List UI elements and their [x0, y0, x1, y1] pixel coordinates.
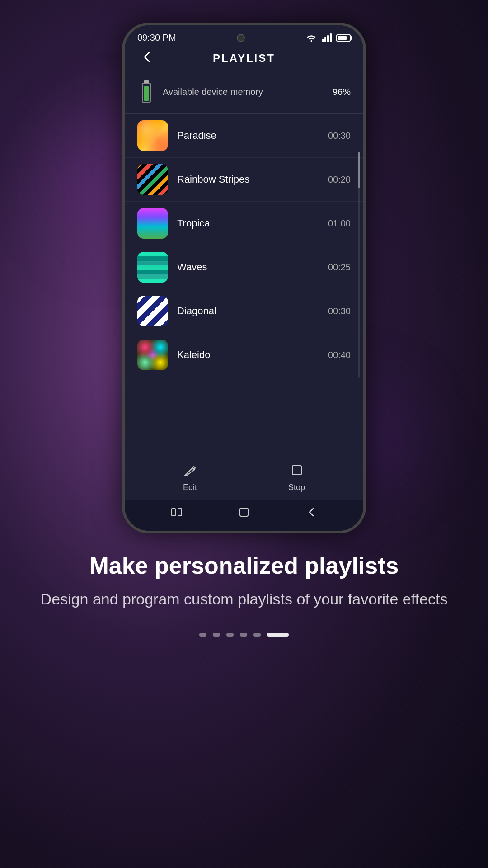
- stop-label: Stop: [288, 483, 305, 492]
- page-dot-4[interactable]: [240, 633, 247, 637]
- item-duration: 00:25: [328, 262, 351, 273]
- thumbnail-paradise: [137, 120, 168, 151]
- item-name: Diagonal: [177, 305, 319, 317]
- svg-rect-1: [292, 466, 301, 475]
- nav-recent-button[interactable]: [170, 506, 183, 522]
- wifi-icon: [305, 33, 317, 42]
- svg-point-0: [310, 40, 312, 42]
- thumbnail-tropical: [137, 208, 168, 239]
- memory-icon: [137, 78, 155, 105]
- nav-home-button[interactable]: [238, 506, 250, 522]
- list-item[interactable]: Diagonal 00:30: [125, 289, 363, 333]
- list-item[interactable]: Paradise 00:30: [125, 114, 363, 158]
- memory-row: Available device memory 96%: [125, 74, 363, 113]
- item-name: Waves: [177, 261, 319, 273]
- signal-bars: [322, 33, 332, 42]
- memory-value: 96%: [333, 87, 351, 97]
- stop-icon: [290, 463, 304, 480]
- svg-rect-4: [240, 508, 248, 516]
- header: PLAYLIST: [125, 47, 363, 74]
- thumbnail-diagonal: [137, 296, 168, 326]
- status-bar: 09:30 PM: [125, 25, 363, 47]
- scrollbar-track: [358, 152, 360, 378]
- item-name: Rainbow Stripes: [177, 174, 319, 185]
- caption-title: Make personalized playlists: [41, 552, 448, 580]
- back-button[interactable]: [137, 47, 157, 70]
- battery-icon: [336, 34, 351, 42]
- system-nav: [125, 500, 363, 531]
- page-dot-1[interactable]: [199, 633, 206, 637]
- memory-label: Available device memory: [163, 87, 325, 97]
- item-name: Paradise: [177, 130, 319, 142]
- edit-label: Edit: [183, 483, 197, 492]
- nav-back-button[interactable]: [305, 506, 318, 522]
- thumbnail-kaleido: [137, 340, 168, 370]
- phone-screen: 09:30 PM: [125, 25, 363, 531]
- page-dot-3[interactable]: [226, 633, 234, 637]
- playlist-list[interactable]: Paradise 00:30 Rainbow Stripes 00:20 Tro…: [125, 114, 363, 456]
- page-dot-5[interactable]: [253, 633, 261, 637]
- svg-rect-3: [178, 509, 182, 516]
- list-item[interactable]: Kaleido 00:40: [125, 333, 363, 377]
- edit-icon: [183, 463, 197, 480]
- thumbnail-waves: [137, 252, 168, 283]
- page-dot-2[interactable]: [213, 633, 220, 637]
- item-duration: 00:30: [328, 131, 351, 141]
- status-time: 09:30 PM: [137, 33, 176, 43]
- phone-frame: 09:30 PM: [122, 23, 366, 533]
- list-item[interactable]: Tropical 01:00: [125, 202, 363, 245]
- page-dot-6-active[interactable]: [267, 633, 289, 637]
- page-indicators: [199, 624, 289, 655]
- caption-area: Make personalized playlists Design and p…: [14, 533, 475, 624]
- list-item[interactable]: Rainbow Stripes 00:20: [125, 158, 363, 202]
- status-icons: [305, 33, 351, 42]
- camera-dot: [237, 34, 245, 42]
- item-name: Tropical: [177, 217, 319, 229]
- edit-button[interactable]: Edit: [183, 463, 197, 492]
- stop-button[interactable]: Stop: [288, 463, 305, 492]
- list-item[interactable]: Waves 00:25: [125, 245, 363, 289]
- bottom-toolbar: Edit Stop: [125, 456, 363, 500]
- thumbnail-rainbow-stripes: [137, 164, 168, 195]
- svg-rect-2: [172, 509, 175, 516]
- item-duration: 01:00: [328, 218, 351, 229]
- item-duration: 00:40: [328, 350, 351, 360]
- item-duration: 00:20: [328, 175, 351, 185]
- item-duration: 00:30: [328, 306, 351, 316]
- caption-subtitle: Design and program custom playlists of y…: [41, 589, 448, 610]
- page-title: PLAYLIST: [213, 52, 275, 65]
- scrollbar-thumb[interactable]: [358, 152, 360, 188]
- item-name: Kaleido: [177, 349, 319, 361]
- memory-battery-icon: [142, 80, 151, 104]
